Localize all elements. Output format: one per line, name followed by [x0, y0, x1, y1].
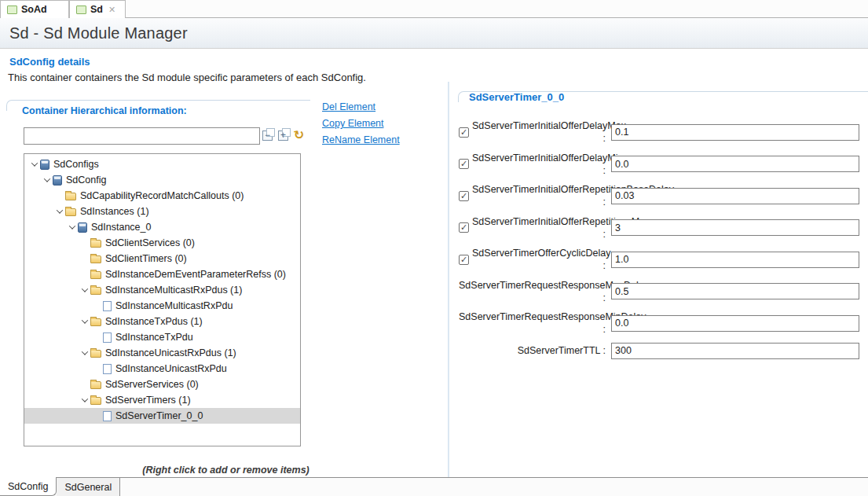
module-icon [78, 222, 87, 233]
editor-tab-soad[interactable]: SoAd [0, 0, 69, 18]
tree-item-label: SdInstanceUnicastRxPdu [115, 363, 227, 374]
checkbox[interactable]: ✓ [459, 191, 469, 201]
param-row-sdservertimeroffercyclicdelay: ✓SdServerTimerOfferCyclicDelay : [459, 247, 866, 273]
editor-tab-sd[interactable]: Sd✕ [69, 0, 126, 18]
folder-icon [90, 271, 101, 279]
tree-item-sdservertimer-0-0[interactable]: SdServerTimer_0_0 [24, 408, 300, 424]
tree-item-sdinstance-0[interactable]: SdInstance_0 [24, 219, 300, 235]
param-label: SdServerTimerInitialOfferRepetitionBaseD… [472, 183, 606, 209]
refresh-icon[interactable]: ↻ [293, 129, 306, 141]
tree-item-sdserverservices-0[interactable]: SdServerServices (0) [24, 377, 300, 392]
checkbox-slot: ✓ [459, 127, 472, 138]
folder-icon [90, 397, 101, 405]
bottom-tab-sdconfig[interactable]: SdConfig [0, 477, 57, 496]
folder-icon [90, 287, 101, 295]
checkbox-slot: ✓ [459, 255, 472, 265]
param-input-sdservertimerinitialofferrepetitionbasedelay[interactable] [611, 188, 859, 204]
copy-element-link[interactable]: Copy Element [322, 118, 400, 129]
expander[interactable] [67, 225, 78, 230]
checkbox[interactable]: ✓ [459, 127, 469, 138]
tree-item-label: SdServerTimer_0_0 [115, 410, 203, 421]
tree-filter-input[interactable] [24, 127, 260, 145]
expander[interactable] [79, 351, 90, 355]
folder-icon [90, 318, 101, 326]
param-row-sdservertimerrequestresponsemindelay: SdServerTimerRequestResponseMinDelay : [459, 310, 866, 336]
chevron-down-icon [82, 285, 88, 292]
checkbox[interactable]: ✓ [459, 159, 469, 169]
param-input-sdservertimerrequestresponsemaxdelay[interactable] [611, 283, 859, 299]
tree-item-sdinstanceunicastrxpdu[interactable]: SdInstanceUnicastRxPdu [24, 361, 300, 377]
editor-tab-label: Sd [90, 4, 103, 15]
checkbox-slot: ✓ [459, 191, 472, 201]
chevron-down-icon [82, 395, 88, 402]
chevron-down-icon [57, 207, 63, 213]
tree-item-sdinstancemulticastrxpdus-1[interactable]: SdInstanceMulticastRxPdus (1) [24, 282, 300, 298]
bottom-tab-sdgeneral[interactable]: SdGeneral [57, 478, 120, 496]
expander[interactable] [42, 178, 53, 182]
tree-hint: (Right click to add or remove items) [0, 465, 452, 476]
tree-item-sdclientservices-0[interactable]: SdClientServices (0) [24, 235, 300, 251]
param-input-sdservertimerinitialofferdelaymin[interactable] [611, 156, 859, 172]
tree-item-sdconfigs[interactable]: SdConfigs [24, 156, 300, 172]
selected-element-title: SdServerTimer_0_0 [469, 91, 564, 103]
tree-item-sdinstancetxpdu[interactable]: SdInstanceTxPdu [24, 329, 300, 345]
param-row-sdservertimerttl: SdServerTimerTTL : [459, 343, 866, 359]
tree-item-sdinstances-1[interactable]: SdInstances (1) [24, 204, 300, 219]
tree-item-sdclienttimers-0[interactable]: SdClientTimers (0) [24, 251, 300, 266]
container-tree[interactable]: SdConfigsSdConfigSdCapabilityRecordMatch… [24, 153, 301, 446]
close-icon[interactable]: ✕ [108, 5, 115, 15]
expand-all-icon[interactable] [278, 130, 288, 141]
checkbox[interactable]: ✓ [459, 222, 469, 233]
tree-item-label: SdClientTimers (0) [105, 253, 187, 264]
document-icon [103, 333, 112, 343]
folder-icon [90, 240, 101, 248]
tree-item-sdinstancemulticastrxpdu[interactable]: SdInstanceMulticastRxPdu [24, 298, 300, 314]
tree-item-label: SdInstanceMulticastRxPdu [115, 300, 233, 311]
del-element-link[interactable]: Del Element [322, 101, 400, 112]
folder-icon [90, 350, 101, 358]
param-label: SdServerTimerTTL : [459, 344, 606, 357]
page-title: Sd - Sd Module Manager [0, 24, 188, 42]
document-icon [103, 364, 112, 374]
chevron-down-icon [69, 222, 75, 229]
param-input-sdservertimerinitialofferdelaymax[interactable] [611, 124, 859, 141]
form-header: Sd - Sd Module Manager [0, 18, 868, 49]
tree-item-label: SdInstanceTxPdu [115, 332, 193, 343]
expander[interactable] [54, 209, 65, 214]
editor-tab-label: SoAd [21, 4, 47, 15]
checkbox-slot: ✓ [459, 222, 472, 233]
tree-item-sdinstanceunicastrxpdus-1[interactable]: SdInstanceUnicastRxPdus (1) [24, 345, 300, 361]
folder-icon [90, 381, 101, 389]
expander[interactable] [29, 162, 40, 167]
expander[interactable] [79, 398, 90, 402]
module-icon [53, 175, 62, 186]
param-input-sdservertimerinitialofferrepetitionsmax[interactable] [611, 219, 859, 236]
tree-item-sdconfig[interactable]: SdConfig [24, 172, 300, 188]
expander[interactable] [79, 288, 90, 292]
expander[interactable] [79, 319, 90, 324]
tree-item-label: SdInstanceTxPdus (1) [105, 316, 203, 327]
param-input-sdservertimerttl[interactable] [611, 343, 859, 359]
rename-element-link[interactable]: ReName Element [322, 134, 400, 145]
param-label: SdServerTimerRequestResponseMinDelay : [459, 310, 606, 336]
param-row-sdservertimerinitialofferrepetitionbasedelay: ✓SdServerTimerInitialOfferRepetitionBase… [459, 183, 866, 209]
tree-item-label: SdInstanceMulticastRxPdus (1) [105, 285, 242, 296]
param-input-sdservertimerrequestresponsemindelay[interactable] [611, 315, 859, 332]
collapse-all-icon[interactable] [262, 130, 273, 141]
param-input-sdservertimeroffercyclicdelay[interactable] [611, 252, 859, 268]
section-title: SdConfig details [9, 56, 90, 68]
folder-icon [65, 193, 76, 200]
checkbox[interactable]: ✓ [459, 255, 469, 265]
tree-item-label: SdInstances (1) [80, 206, 149, 217]
tree-item-sdcapabilityrecordmatchcallouts-0[interactable]: SdCapabilityRecordMatchCallouts (0) [24, 188, 300, 204]
tree-item-sdinstancedemeventparameterrefss-0[interactable]: SdInstanceDemEventParameterRefss (0) [24, 266, 300, 282]
tree-item-label: SdClientServices (0) [105, 237, 195, 248]
tree-section-title: Container Hierarchical information: [22, 105, 187, 116]
param-label: SdServerTimerInitialOfferDelayMax : [472, 119, 606, 145]
module-icon [7, 6, 17, 14]
document-icon [103, 411, 112, 421]
tree-item-sdinstancetxpdus-1[interactable]: SdInstanceTxPdus (1) [24, 314, 300, 329]
panel-divider [448, 82, 449, 478]
tree-item-sdservertimers-1[interactable]: SdServerTimers (1) [24, 392, 300, 408]
tree-item-label: SdInstanceDemEventParameterRefss (0) [105, 269, 286, 280]
